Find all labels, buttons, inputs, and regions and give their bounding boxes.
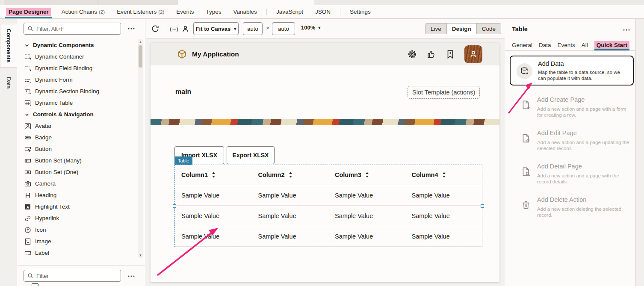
component-item-camera[interactable]: Camera [18, 178, 137, 189]
component-item-button[interactable]: Button [18, 143, 137, 155]
component-item-image[interactable]: Image [18, 236, 137, 247]
mode-live-label: Live [431, 26, 441, 32]
rail-tab-components[interactable]: Components [0, 24, 17, 68]
component-item-heading[interactable]: Heading [18, 189, 137, 201]
right-edge-strip[interactable] [635, 19, 644, 286]
bottom-filter-input[interactable] [36, 273, 117, 279]
tab-settings[interactable]: Settings [349, 5, 372, 18]
bottom-menu-button[interactable] [126, 272, 136, 280]
page-title[interactable]: main [175, 88, 191, 96]
table-row[interactable]: Sample Value Sample Value Sample Value S… [175, 206, 482, 226]
component-item-dynamic-section-binding[interactable]: Dynamic Section Binding [18, 86, 137, 97]
editor-tab[interactable] [98, 0, 177, 5]
scroll-up-icon[interactable]: ▲ [138, 40, 143, 44]
components-menu-button[interactable] [126, 24, 136, 33]
tab-events[interactable]: Events [175, 5, 195, 18]
rail-tab-data[interactable]: Data [0, 73, 17, 93]
user-avatar[interactable] [464, 45, 482, 63]
component-item-button-set-one[interactable]: Button Set (One) [18, 166, 137, 178]
editor-tab[interactable] [4, 0, 97, 5]
component-item-dynamic-container[interactable]: Dynamic Container [18, 51, 137, 62]
component-item-label: Dynamic Section Binding [35, 88, 99, 94]
tab-variables[interactable]: Variables [233, 5, 258, 18]
section-controls-navigation[interactable]: Controls & Navigation [18, 109, 137, 120]
tab-all[interactable]: All [582, 42, 588, 50]
column-header[interactable]: Column2 [252, 165, 329, 185]
component-item-dynamic-field-binding[interactable]: Dynamic Field Binding [18, 62, 137, 74]
tab-types-label: Types [206, 9, 222, 15]
tab-types[interactable]: Types [205, 5, 222, 18]
sort-icon[interactable] [365, 172, 369, 178]
table-row[interactable]: Sample Value Sample Value Sample Value S… [175, 185, 482, 206]
components-filter-input[interactable] [36, 26, 117, 32]
column-header[interactable]: Column4 [405, 165, 482, 185]
camera-component-icon [24, 180, 31, 187]
tab-general[interactable]: General [512, 42, 532, 50]
thumbs-up-icon[interactable] [427, 50, 436, 59]
tab-json[interactable]: JSON [314, 5, 331, 18]
export-xlsx-button[interactable]: Export XLSX [227, 146, 275, 164]
tab-quick-start[interactable]: Quick Start [594, 42, 629, 50]
canvas-width-field[interactable] [243, 22, 263, 35]
component-item-button-set-many[interactable]: Button Set (Many) [18, 155, 137, 166]
design-canvas[interactable]: My Application main Slot Template (actio… [146, 38, 505, 286]
component-item-badge[interactable]: Badge [18, 132, 137, 143]
add-edit-page-item[interactable]: Add Edit Page Add a new action and a pag… [510, 124, 634, 157]
scroll-down-icon[interactable]: ▼ [138, 254, 143, 257]
add-detail-page-item[interactable]: Add Detail Page Add a new action and a p… [510, 157, 634, 191]
canvas-height-input[interactable] [272, 23, 295, 35]
tab-javascript[interactable]: JavaScript [275, 5, 304, 18]
zoom-dropdown[interactable]: 100% ▾ [301, 24, 320, 31]
mode-design-button[interactable]: Design [446, 24, 477, 34]
hyperlink-component-icon [24, 215, 31, 222]
user-context-button[interactable] [182, 19, 189, 38]
tab-quick-start-label: Quick Start [594, 41, 629, 49]
sort-icon[interactable] [212, 172, 216, 178]
tab-events[interactable]: Events [558, 42, 575, 50]
fit-to-canvas-dropdown[interactable]: Fit to Canvas ▾ [193, 22, 239, 35]
component-item-dynamic-table[interactable]: Dynamic Table [18, 97, 137, 109]
tab-data[interactable]: Data [539, 42, 551, 50]
scrollbar-thumb[interactable] [139, 45, 142, 68]
canvas-height-field[interactable] [272, 22, 295, 35]
tab-page-designer[interactable]: Page Designer [5, 5, 52, 18]
dynamic-section-binding-icon [24, 88, 31, 95]
bookmark-icon[interactable] [446, 50, 455, 59]
slot-template-actions[interactable]: Slot Template (actions) [408, 86, 480, 99]
app-title: My Application [192, 50, 239, 58]
add-data-card[interactable]: Add Data Map the table to a data source,… [510, 56, 634, 86]
bottom-filter[interactable] [24, 270, 121, 282]
refresh-button[interactable] [151, 19, 159, 38]
component-item-highlight-text[interactable]: A Highlight Text [18, 201, 137, 212]
canvas-table[interactable]: Column1 Column2 Column3 Column4 [175, 165, 482, 247]
add-create-page-item[interactable]: Add Create Page Add a new action and a p… [510, 91, 634, 124]
gear-icon[interactable] [408, 50, 417, 59]
canvas-width-input[interactable] [243, 23, 262, 35]
table-header-row: Column1 Column2 Column3 Column4 [175, 165, 482, 185]
sort-icon[interactable] [289, 172, 292, 178]
tab-event-listeners[interactable]: Event Listeners(2) [116, 5, 165, 18]
quick-start-list: Add Create Page Add a new action and a p… [510, 91, 634, 224]
properties-menu-button[interactable] [621, 26, 632, 34]
component-item-label: Image [35, 238, 51, 245]
components-scrollbar[interactable]: ▲ ▼ [138, 39, 143, 258]
section-dynamic-components[interactable]: Dynamic Components [18, 39, 137, 51]
tab-action-chains[interactable]: Action Chains(2) [61, 5, 106, 18]
selection-handle-left[interactable] [173, 204, 176, 208]
component-item-hyperlink[interactable]: Hyperlink [18, 212, 137, 224]
column-header[interactable]: Column3 [328, 165, 405, 185]
column-header[interactable]: Column1 [175, 165, 252, 185]
component-item-avatar[interactable]: Avatar [18, 120, 137, 132]
sort-icon[interactable] [442, 172, 446, 178]
component-item-dynamic-form[interactable]: Dynamic Form [18, 74, 137, 86]
component-item-icon[interactable]: Icon [18, 224, 137, 236]
mode-live-button[interactable]: Live [425, 24, 446, 34]
flow-indicator-button[interactable]: (→) [170, 19, 178, 38]
mode-code-button[interactable]: Code [477, 24, 501, 34]
components-filter[interactable] [24, 23, 121, 35]
add-delete-action-item[interactable]: Add Delete Action Add a new action delet… [510, 191, 634, 224]
table-row[interactable]: Sample Value Sample Value Sample Value S… [175, 226, 482, 247]
component-item-label[interactable]: Label [18, 247, 137, 259]
rail-tab-components-label: Components [6, 29, 12, 62]
selection-handle-right[interactable] [481, 204, 484, 208]
